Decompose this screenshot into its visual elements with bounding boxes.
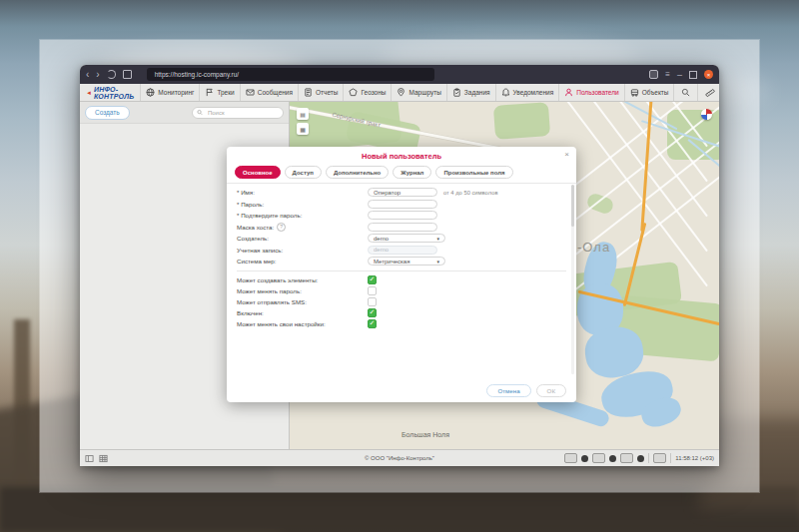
tab-main[interactable]: Основное xyxy=(235,166,281,179)
maximize-button[interactable] xyxy=(689,71,697,79)
search-button[interactable] xyxy=(673,84,697,101)
status-badge xyxy=(609,455,616,462)
checkbox-row: Может менять свои настройки: xyxy=(237,318,566,329)
help-icon[interactable]: ? xyxy=(277,223,286,232)
checkbox-can-send-sms[interactable] xyxy=(368,297,377,306)
password-input[interactable] xyxy=(368,200,437,209)
map-grid-button[interactable]: ▦ xyxy=(297,123,309,135)
nav-reports[interactable]: Отчеты xyxy=(298,84,343,101)
extension-icon[interactable] xyxy=(649,70,658,79)
account-input xyxy=(368,246,437,255)
status-indicator-icon[interactable] xyxy=(653,453,666,463)
nav-tasks[interactable]: Задания xyxy=(446,84,495,101)
search-input[interactable] xyxy=(206,109,279,117)
checkbox-can-change-password[interactable] xyxy=(368,286,377,295)
nav-notifications[interactable]: Уведомления xyxy=(495,84,559,101)
form-row: * Подтвердите пароль: xyxy=(237,210,566,222)
forward-icon[interactable]: › xyxy=(96,70,99,80)
panel-toggle-icon xyxy=(85,454,94,463)
chevron-down-icon: ▾ xyxy=(436,259,439,265)
field-label-text: * Имя: xyxy=(237,189,255,196)
select-value: Метрическая xyxy=(374,259,409,265)
app-logo[interactable]: ◄ ИНФО-КОНТРОЛЬ xyxy=(80,84,140,101)
menu-icon[interactable]: ≡ xyxy=(665,70,670,79)
create-button[interactable]: Создать xyxy=(85,106,130,120)
grid-view-icon xyxy=(99,454,108,463)
clipboard-icon xyxy=(452,88,461,97)
checkbox-enabled[interactable] xyxy=(368,308,377,317)
scrollbar-thumb[interactable] xyxy=(571,185,574,227)
bell-icon xyxy=(501,88,510,97)
nav-monitoring[interactable]: Мониторинг xyxy=(140,84,199,101)
statusbar-divider xyxy=(670,453,671,463)
tab-journal[interactable]: Журнал xyxy=(393,166,431,179)
nav-tracks[interactable]: Треки xyxy=(199,84,239,101)
map-compass-icon[interactable] xyxy=(701,109,712,120)
checkbox-can-change-own-settings[interactable] xyxy=(368,319,377,328)
nav-objects[interactable]: Объекты xyxy=(624,84,674,101)
form-row: Маска хоста:? xyxy=(237,222,566,234)
browser-window: ‹ › https://hosting.ic-company.ru/ ≡ – ×… xyxy=(80,65,719,466)
nav-messages[interactable]: Сообщения xyxy=(240,84,298,101)
status-indicator-icon[interactable] xyxy=(620,453,633,463)
tab-custom-fields[interactable]: Произвольные поля xyxy=(435,166,512,179)
close-window-button[interactable]: × xyxy=(704,70,713,79)
tab-additional[interactable]: Дополнительно xyxy=(326,166,389,179)
close-dialog-icon[interactable]: × xyxy=(564,151,569,159)
status-indicator-icon[interactable] xyxy=(592,453,605,463)
minimize-button[interactable]: – xyxy=(677,72,682,78)
host-mask-input[interactable] xyxy=(368,223,437,232)
statusbar-divider xyxy=(648,453,649,463)
form-divider xyxy=(237,270,566,271)
nav-users[interactable]: Пользователи xyxy=(558,84,623,101)
dialog-scrollbar xyxy=(571,185,574,374)
form-row: * Пароль: xyxy=(237,199,566,211)
field-label: Учетная запись: xyxy=(237,247,368,254)
field-label: Система мер: xyxy=(237,258,368,265)
checkbox-label: Может отправлять SMS: xyxy=(237,298,368,305)
name-input[interactable] xyxy=(368,188,437,197)
new-user-dialog: Новый пользователь × Основное Доступ Доп… xyxy=(227,147,576,402)
nav-label: Уведомления xyxy=(513,89,554,96)
url-text: https://hosting.ic-company.ru/ xyxy=(155,71,239,78)
select-value: demo xyxy=(374,236,389,242)
document-icon xyxy=(304,88,313,97)
status-indicator-icon[interactable] xyxy=(564,453,577,463)
nav-geofences[interactable]: Геозоны xyxy=(343,84,391,101)
nav-label: Маршруты xyxy=(408,89,440,96)
ok-button[interactable]: ОК xyxy=(536,384,566,397)
confirm-password-input[interactable] xyxy=(368,211,437,220)
cancel-button[interactable]: Отмена xyxy=(486,384,530,397)
url-bar[interactable]: https://hosting.ic-company.ru/ xyxy=(147,68,434,81)
measure-button[interactable] xyxy=(697,84,719,101)
search-icon xyxy=(681,88,690,97)
reload-icon[interactable] xyxy=(107,70,116,79)
nav-label: Задания xyxy=(464,89,490,96)
measure-system-select[interactable]: Метрическая ▾ xyxy=(368,257,445,266)
field-label-text: Учетная запись: xyxy=(237,247,283,254)
field-label: * Подтвердите пароль: xyxy=(237,212,368,219)
tab-access[interactable]: Доступ xyxy=(285,166,322,179)
ruler-icon xyxy=(705,88,715,98)
back-icon[interactable]: ‹ xyxy=(86,70,89,80)
globe-icon xyxy=(146,88,155,97)
statusbar-right-group: 11:58:12 (+03) xyxy=(564,453,714,463)
creator-select[interactable]: demo ▾ xyxy=(368,234,445,243)
map-layers-button[interactable]: ▤ xyxy=(297,108,309,120)
field-label: Создатель: xyxy=(237,235,368,242)
screen: ‹ › https://hosting.ic-company.ru/ ≡ – ×… xyxy=(0,0,799,532)
checkbox-can-create-elements[interactable] xyxy=(368,275,377,284)
logo-arrow-icon: ◄ xyxy=(86,90,92,96)
field-label-text: * Подтвердите пароль: xyxy=(237,212,302,219)
nav-routes[interactable]: Маршруты xyxy=(391,84,445,101)
tab-overview-icon[interactable] xyxy=(123,70,132,79)
nav-label: Треки xyxy=(217,89,234,96)
panel-toggle-button[interactable] xyxy=(85,454,94,463)
search-icon xyxy=(197,109,203,116)
nav-label: Пользователи xyxy=(576,89,618,96)
form-row: Создатель: demo ▾ xyxy=(237,233,566,245)
envelope-icon xyxy=(246,88,255,97)
grid-view-button[interactable] xyxy=(99,454,108,463)
polygon-icon xyxy=(349,88,358,97)
nav-label: Геозоны xyxy=(361,89,386,96)
